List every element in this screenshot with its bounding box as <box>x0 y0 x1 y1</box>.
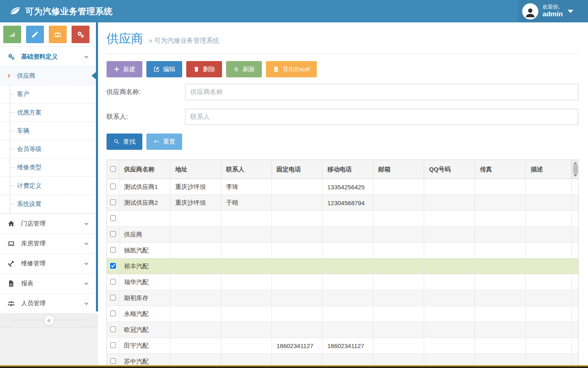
table-cell <box>272 195 322 211</box>
table-cell <box>170 322 221 338</box>
scroll-thumb[interactable] <box>573 165 578 173</box>
gears-icon <box>7 53 15 61</box>
refresh-icon <box>233 66 240 72</box>
table-row[interactable] <box>107 211 579 227</box>
row-checkbox[interactable] <box>110 279 116 285</box>
table-cell <box>526 306 572 322</box>
col-header-qq[interactable]: QQ号码 <box>424 160 475 179</box>
chevron-down-icon <box>83 280 89 287</box>
col-header-fax[interactable]: 传真 <box>475 160 526 179</box>
table-row[interactable]: 测试供应商1重庆沙坪坝李琦13354256425 <box>107 179 579 195</box>
row-checkbox[interactable] <box>110 295 116 300</box>
sidebar-item-discount-plans[interactable]: 优惠方案 <box>0 103 96 122</box>
sidebar-item-billing-defs[interactable]: 计费定义 <box>0 177 96 195</box>
row-checkbox-cell <box>107 243 119 258</box>
col-header-address[interactable]: 地址 <box>170 160 221 179</box>
sidebar-item-repair-types[interactable]: 维修类型 <box>0 158 96 177</box>
table-cell <box>272 227 322 243</box>
sidebar-item-member-levels[interactable]: 会员等级 <box>0 140 96 158</box>
tree-dash <box>10 94 15 94</box>
sidebar-item-suppliers[interactable]: › 供应商 <box>0 67 96 85</box>
contact-input[interactable] <box>185 109 578 125</box>
sidebar-group-reports[interactable]: 报表 <box>0 274 96 294</box>
table-cell <box>475 211 526 227</box>
table-cell: 重庆沙坪坝 <box>170 179 221 195</box>
sidebar-group-repairs[interactable]: 维修管理 <box>0 254 96 274</box>
vertical-scrollbar[interactable] <box>572 160 579 179</box>
table-cell <box>272 290 322 306</box>
sidebar-item-vehicles[interactable]: 车辆 <box>0 122 96 140</box>
chevron-down-icon <box>83 241 89 247</box>
scroll-down-icon[interactable] <box>573 174 577 177</box>
refresh-button[interactable]: 刷新 <box>226 61 262 77</box>
sidebar-item-label: 车辆 <box>17 127 29 135</box>
table-cell: 李琦 <box>221 179 272 195</box>
select-all-checkbox[interactable] <box>110 166 116 172</box>
col-header-mobile[interactable]: 移动电话 <box>322 160 373 179</box>
row-checkbox[interactable] <box>110 247 116 253</box>
sidebar-group-basic-data[interactable]: 基础资料定义 <box>0 47 96 67</box>
row-checkbox[interactable] <box>110 358 116 364</box>
col-header-email[interactable]: 邮箱 <box>373 160 424 179</box>
row-checkbox-cell <box>107 179 119 195</box>
sidebar-item-system-settings[interactable]: 系统设置 <box>0 195 96 213</box>
export-excel-button[interactable]: 导出Excel <box>266 61 317 77</box>
sidebar-collapse-button[interactable]: « <box>0 313 98 327</box>
table-cell <box>526 195 572 211</box>
row-checkbox[interactable] <box>110 311 116 316</box>
table-row[interactable]: 永顺汽配 <box>107 306 579 322</box>
file-icon <box>7 280 15 287</box>
col-header-landline[interactable]: 固定电话 <box>272 160 322 179</box>
new-button[interactable]: 新建 <box>107 61 142 77</box>
row-checkbox[interactable] <box>110 184 116 189</box>
sidebar-item-customers[interactable]: 客户 <box>0 85 96 103</box>
scroll-up-icon[interactable] <box>573 162 577 164</box>
col-header-contact[interactable]: 联系人 <box>221 160 272 179</box>
quick-settings-button[interactable] <box>72 26 89 43</box>
row-checkbox[interactable] <box>110 263 116 269</box>
row-checkbox[interactable] <box>110 342 116 348</box>
table-cell <box>170 227 221 243</box>
table-row[interactable]: 裕丰汽配 <box>107 258 579 274</box>
col-header-description[interactable]: 描述 <box>526 160 572 179</box>
table-row[interactable]: 驰凯汽配 <box>107 243 579 258</box>
delete-button[interactable]: 删除 <box>186 61 222 77</box>
edit-button[interactable]: 编辑 <box>146 61 182 77</box>
row-checkbox[interactable] <box>110 199 116 205</box>
table-row[interactable]: 供应商 <box>107 227 579 243</box>
table-cell <box>170 211 221 227</box>
quick-stats-button[interactable] <box>3 26 21 43</box>
quick-users-button[interactable] <box>49 26 67 43</box>
collapse-left-icon: « <box>44 315 54 326</box>
supplier-name-input[interactable] <box>185 84 578 100</box>
sidebar-item-label: 计费定义 <box>17 182 41 190</box>
table-cell <box>373 338 424 354</box>
search-button[interactable]: 查找 <box>107 134 142 150</box>
table-row[interactable]: 瑞华汽配 <box>107 274 579 290</box>
row-checkbox[interactable] <box>110 215 116 221</box>
table-cell <box>272 243 322 258</box>
tree-dash <box>10 204 15 204</box>
reset-button[interactable]: 重置 <box>146 134 182 150</box>
col-header-supplier-name[interactable]: 供应商名称 <box>119 160 170 179</box>
table-row[interactable]: 欧冠汽配 <box>107 322 579 338</box>
table-cell <box>475 227 526 243</box>
table-cell <box>221 211 272 227</box>
table-cell <box>424 258 475 274</box>
sidebar-group-warehouse[interactable]: 库房管理 <box>0 234 96 254</box>
table-row[interactable]: 测试供应商2重庆沙坪坝于晴12304568794 <box>107 195 579 211</box>
row-checkbox[interactable] <box>110 326 116 332</box>
chevron-down-icon <box>83 221 89 227</box>
table-row[interactable]: 期初库存 <box>107 290 579 306</box>
button-label: 刷新 <box>243 66 255 73</box>
toolbar: 新建 编辑 删除 刷新 导出Excel <box>107 61 578 77</box>
table-row[interactable]: 田宇汽配1860234112718602341127 <box>107 338 579 354</box>
user-menu[interactable]: 欢迎你, admin <box>518 0 588 22</box>
sidebar-group-stores[interactable]: 门店管理 <box>0 214 96 234</box>
row-checkbox[interactable] <box>110 231 116 237</box>
table-cell: 重庆沙坪坝 <box>170 195 221 211</box>
table-cell <box>373 227 424 243</box>
sidebar-group-personnel[interactable]: 人员管理 <box>0 294 96 313</box>
search-icon <box>113 138 120 145</box>
quick-edit-button[interactable] <box>26 26 44 43</box>
